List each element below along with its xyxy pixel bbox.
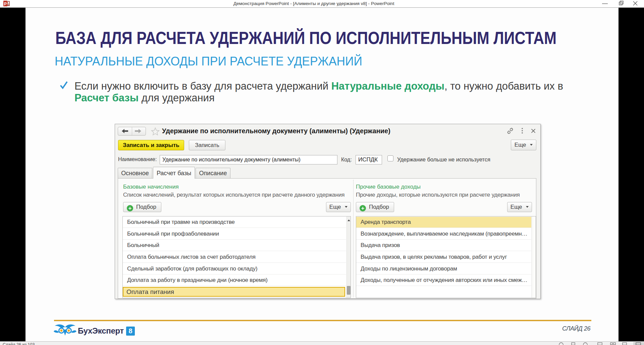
svg-text:P: P xyxy=(4,2,7,6)
